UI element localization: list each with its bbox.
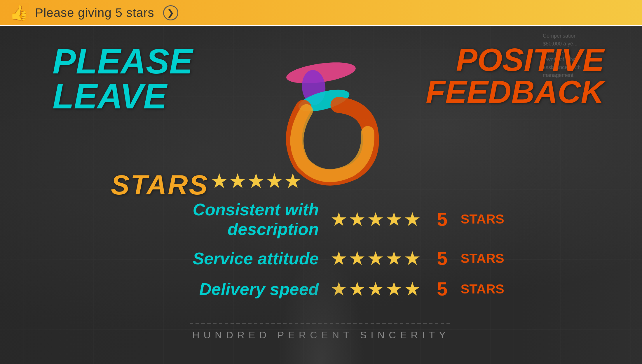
- description-label: Consistent with description: [138, 200, 319, 239]
- delivery-count: 5: [437, 278, 447, 300]
- main-content: Compensation $80,000 a ye... Advisors Ow…: [0, 26, 642, 364]
- rating-row-description: Consistent with description ★★★★★ 5 STAR…: [117, 200, 525, 239]
- top-banner: 👍 Please giving 5 stars ❯: [0, 0, 642, 26]
- description-count: 5: [437, 208, 447, 230]
- stars-word: STARS: [111, 169, 209, 201]
- leave-text: LEAVE: [53, 79, 193, 114]
- header-star-icons: ★★★★★: [210, 169, 302, 193]
- feedback-text: FEEDBACK: [426, 76, 604, 108]
- banner-text: Please giving 5 stars: [35, 6, 154, 20]
- description-stars-label: STARS: [460, 212, 504, 227]
- thumbs-up-icon: 👍: [9, 3, 29, 23]
- service-stars-label: STARS: [460, 251, 504, 266]
- description-stars: ★★★★★: [330, 208, 422, 230]
- please-leave-text: PLEASE LEAVE: [53, 44, 193, 114]
- please-text: PLEASE: [53, 44, 193, 79]
- positive-text: POSITIVE: [426, 44, 604, 76]
- person-silhouette: [277, 247, 365, 364]
- delivery-stars-label: STARS: [460, 282, 504, 297]
- banner-arrow-button[interactable]: ❯: [163, 5, 178, 20]
- positive-feedback-text: POSITIVE FEEDBACK: [426, 44, 604, 108]
- service-count: 5: [437, 247, 447, 269]
